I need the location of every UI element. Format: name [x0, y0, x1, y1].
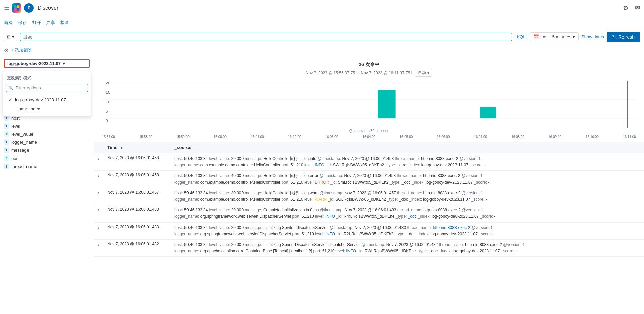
field-name: level_value	[11, 132, 33, 137]
row-source: host: 59.46.133.34 level_value: 20,000 m…	[174, 225, 640, 237]
x-label-7: 16:04:00	[362, 135, 375, 139]
chevron-down-icon: ▾	[63, 61, 65, 66]
table-row[interactable]: › Nov 7, 2023 @ 16:06:01.458 host: 59.46…	[94, 171, 644, 188]
field-type-badge: t	[4, 164, 9, 169]
row-time: Nov 7, 2023 @ 16:06:01.433	[107, 225, 174, 229]
svg-text:5: 5	[106, 109, 108, 113]
chart-date-range: Nov 7, 2023 @ 15:56:37.751 - Nov 7, 2023…	[306, 71, 412, 75]
x-label-9: 16:06:00	[437, 135, 450, 139]
chart-x-axis: 15:57:00 15:58:00 15:59:00 16:00:00 16:0…	[102, 134, 636, 139]
time-col-header[interactable]: Time ▼	[107, 145, 174, 150]
user-avatar: P	[24, 3, 34, 13]
field-item-message[interactable]: t message	[0, 146, 94, 154]
field-item-thread-name[interactable]: t thread_name	[0, 162, 94, 170]
field-item-logger-name[interactable]: t logger_name	[0, 138, 94, 146]
table-header: Time ▼ _source	[94, 142, 644, 153]
table-row[interactable]: › Nov 7, 2023 @ 16:06:01.433 host: 59.46…	[94, 223, 644, 240]
field-type-badge: #	[4, 155, 9, 161]
new-button[interactable]: 新建	[4, 20, 13, 26]
x-label-8: 16:05:00	[399, 135, 413, 139]
chevron-down-icon: ▾	[12, 34, 14, 39]
x-label-11: 16:08:00	[511, 135, 524, 139]
field-item-port[interactable]: # port	[0, 154, 94, 162]
mail-icon[interactable]: ✉	[635, 4, 640, 12]
chart-title: 26 次命中	[102, 62, 636, 68]
x-label-0: 15:57:00	[102, 135, 115, 139]
app-logo	[12, 3, 21, 13]
row-expand-button[interactable]: ›	[98, 173, 107, 178]
index-filter-input[interactable]	[16, 85, 85, 90]
chevron-down-icon: ▾	[427, 71, 429, 75]
settings-icon[interactable]: ⚙	[623, 4, 628, 12]
time-range-button[interactable]: 📅 Last 15 minutes ▾	[530, 32, 579, 41]
content-area: 26 次命中 Nov 7, 2023 @ 15:56:37.751 - Nov …	[94, 56, 644, 314]
x-label-6: 16:03:00	[325, 135, 338, 139]
refresh-label: Refresh	[618, 34, 635, 40]
hamburger-icon[interactable]: ☰	[4, 4, 9, 12]
field-item-level-value[interactable]: # level_value	[0, 130, 94, 138]
x-label-2: 15:59:00	[176, 135, 190, 139]
data-source-selector[interactable]: ⊞ ▾	[4, 33, 17, 41]
svg-rect-15	[480, 107, 496, 118]
x-label-3: 16:00:00	[214, 135, 227, 139]
index-option-1[interactable]: zhangtindex	[3, 104, 91, 113]
check-icon: ✓	[8, 97, 12, 102]
row-expand-button[interactable]: ›	[98, 242, 107, 247]
auto-label: 自动	[418, 70, 426, 76]
field-name: thread_name	[11, 164, 37, 169]
index-option-label: log-goboy-dev-2023.11.07	[15, 97, 66, 102]
show-dates-button[interactable]: Show dates	[581, 34, 604, 39]
search-input-wrapper	[20, 33, 512, 41]
sidebar: log-goboy-dev-2023.11.07 ▾ 更改索引模式 🔍 ✓ lo…	[0, 56, 94, 314]
dropdown-title: 更改索引模式	[3, 74, 91, 84]
refresh-button[interactable]: ↻ Refresh	[607, 32, 640, 42]
share-button[interactable]: 共享	[46, 20, 55, 26]
chart-x-label: @timestamp/30 seconds	[102, 129, 636, 133]
table-container: Time ▼ _source › Nov 7, 2023 @ 16:06:01.…	[94, 142, 644, 314]
index-option-0[interactable]: ✓ log-goboy-dev-2023.11.07	[3, 95, 91, 104]
x-label-1: 15:58:00	[139, 135, 152, 139]
table-row[interactable]: › Nov 7, 2023 @ 16:06:01.457 host: 59.46…	[94, 188, 644, 205]
field-item-level[interactable]: t level	[0, 122, 94, 130]
svg-rect-14	[378, 90, 396, 118]
row-expand-button[interactable]: ›	[98, 190, 107, 195]
index-option-label: zhangtindex	[16, 106, 40, 111]
row-expand-button[interactable]: ›	[98, 225, 107, 230]
table-row[interactable]: › Nov 7, 2023 @ 16:06:01.458 host: 59.46…	[94, 153, 644, 171]
index-selector-button[interactable]: log-goboy-dev-2023.11.07 ▾	[4, 59, 90, 68]
field-type-badge: t	[4, 147, 9, 153]
data-source-icon: ⊞	[7, 34, 11, 39]
filter-clear-icon[interactable]: ⊗	[4, 47, 8, 53]
current-time-line	[627, 81, 628, 128]
row-expand-button[interactable]: ›	[98, 207, 107, 212]
svg-point-2	[14, 8, 17, 11]
row-source: host: 59.46.133.34 level_value: 20,000 m…	[174, 242, 640, 254]
field-type-badge: t	[4, 123, 9, 129]
kql-badge[interactable]: KQL	[515, 34, 527, 40]
chevron-down-icon: ▾	[573, 34, 575, 39]
auto-button[interactable]: 自动 ▾	[415, 69, 432, 77]
add-filter-button[interactable]: + 添加筛选	[11, 47, 32, 53]
svg-point-3	[17, 8, 19, 11]
row-time: Nov 7, 2023 @ 16:06:01.458	[107, 173, 174, 177]
index-dropdown: 更改索引模式 🔍 ✓ log-goboy-dev-2023.11.07 zhan…	[3, 71, 91, 116]
search-icon: 🔍	[9, 86, 14, 90]
row-source: host: 59.46.133.34 level_value: 30,000 m…	[174, 190, 640, 203]
toolbar: 新建 保存 打开 共享 检查	[0, 16, 644, 29]
row-expand-button[interactable]: ›	[98, 155, 107, 161]
field-name: level	[11, 124, 20, 129]
open-button[interactable]: 打开	[32, 20, 41, 26]
index-selector: log-goboy-dev-2023.11.07 ▾ 更改索引模式 🔍 ✓ lo…	[0, 56, 94, 71]
chart-area: 20 15 10 5 0 @timestamp/30 seconds	[102, 81, 636, 134]
x-label-4: 16:01:00	[251, 135, 264, 139]
search-bar: ⊞ ▾ KQL 📅 Last 15 minutes ▾ Show dates ↻…	[0, 29, 644, 44]
table-row[interactable]: › Nov 7, 2023 @ 16:06:01.433 host: 59.46…	[94, 205, 644, 222]
top-nav: ☰ P Discover ⚙ ✉	[0, 0, 644, 16]
chart-svg: 20 15 10 5 0	[102, 81, 636, 128]
save-button[interactable]: 保存	[18, 20, 27, 26]
inspect-button[interactable]: 检查	[60, 20, 69, 26]
calendar-icon: 📅	[534, 34, 539, 39]
row-source: host: 59.46.133.34 level_value: 20,000 m…	[174, 207, 640, 220]
table-row[interactable]: › Nov 7, 2023 @ 16:06:01.432 host: 59.46…	[94, 240, 644, 257]
search-input[interactable]	[23, 34, 509, 39]
